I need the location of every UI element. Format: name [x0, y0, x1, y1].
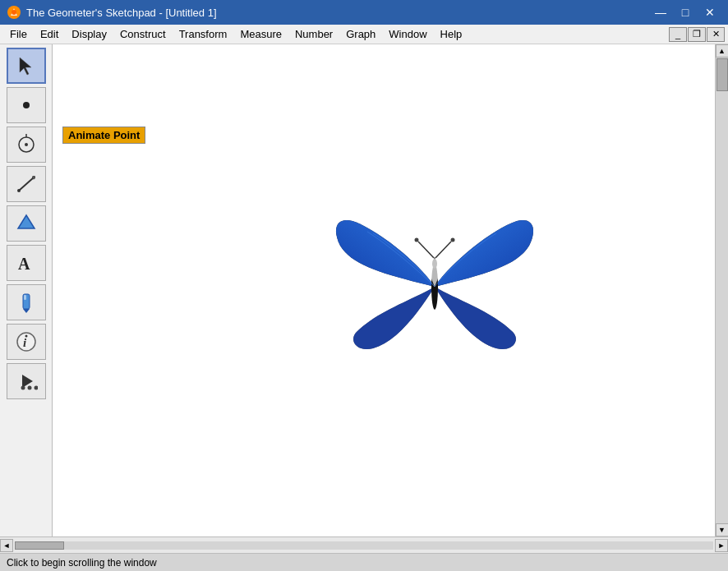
select-tool[interactable] [7, 48, 46, 84]
mdi-controls: _ ❐ ✕ [669, 27, 725, 42]
svg-point-1 [12, 10, 16, 15]
polygon-tool[interactable] [7, 205, 46, 242]
svg-line-8 [19, 177, 34, 191]
svg-point-9 [17, 189, 21, 192]
workspace-row: A i [0, 44, 728, 536]
menu-measure[interactable]: Measure [233, 25, 288, 44]
point-tool[interactable] [7, 87, 46, 123]
right-scrollbar: ▲ ▼ [715, 44, 728, 536]
minimize-button[interactable]: — [649, 3, 672, 21]
svg-point-23 [34, 386, 38, 390]
menu-help[interactable]: Help [434, 25, 469, 44]
mdi-restore-button[interactable]: ❐ [688, 27, 706, 42]
window-title: The Geometer's Sketchpad - [Untitled 1] [26, 7, 217, 19]
menu-construct[interactable]: Construct [113, 25, 173, 44]
title-bar-left: The Geometer's Sketchpad - [Untitled 1] [7, 5, 217, 20]
scroll-track-horizontal[interactable] [15, 541, 713, 550]
status-message: Click to begin scrolling the window [7, 557, 157, 569]
svg-text:A: A [18, 255, 30, 273]
mdi-minimize-button[interactable]: _ [669, 27, 687, 42]
svg-marker-15 [23, 309, 30, 313]
maximize-button[interactable]: □ [674, 3, 697, 21]
svg-line-28 [435, 242, 451, 259]
scroll-thumb-horizontal[interactable] [15, 541, 64, 550]
scroll-right-button[interactable]: ► [715, 539, 728, 552]
scroll-up-button[interactable]: ▲ [716, 44, 729, 58]
text-tool[interactable]: A [7, 245, 46, 281]
app-logo [7, 5, 21, 20]
menu-number[interactable]: Number [288, 25, 339, 44]
status-bar: Click to begin scrolling the window [0, 553, 728, 571]
svg-point-27 [415, 238, 419, 242]
bottom-bar: ◄ ► [0, 536, 728, 553]
menu-window[interactable]: Window [382, 25, 433, 44]
main-container: A i [0, 44, 728, 571]
title-bar: The Geometer's Sketchpad - [Untitled 1] … [0, 0, 728, 25]
line-tool[interactable] [7, 166, 46, 202]
butterfly-image [324, 200, 546, 373]
menu-edit[interactable]: Edit [34, 25, 65, 44]
svg-point-6 [25, 143, 28, 146]
scroll-left-button[interactable]: ◄ [0, 539, 13, 552]
menu-transform[interactable]: Transform [173, 25, 234, 44]
svg-point-21 [21, 386, 25, 390]
butterfly-svg [328, 205, 541, 369]
horizontal-scrollbar: ◄ ► [0, 537, 728, 554]
menu-bar: File Edit Display Construct Transform Me… [0, 25, 728, 44]
menu-graph[interactable]: Graph [339, 25, 382, 44]
compass-tool[interactable] [7, 127, 46, 163]
toolbar: A i [0, 44, 53, 536]
mdi-close-button[interactable]: ✕ [707, 27, 725, 42]
svg-marker-2 [20, 58, 31, 75]
menu-file[interactable]: File [3, 25, 34, 44]
svg-point-4 [23, 102, 30, 108]
info-tool[interactable]: i [7, 324, 46, 360]
svg-point-29 [451, 238, 455, 242]
animate-tool[interactable] [7, 363, 46, 399]
canvas-area[interactable]: Animate Point [53, 44, 715, 536]
svg-point-22 [27, 386, 31, 390]
svg-marker-12 [18, 215, 35, 228]
menu-display[interactable]: Display [65, 25, 113, 44]
scroll-thumb-right[interactable] [716, 58, 728, 91]
scroll-track-right[interactable] [716, 58, 729, 523]
title-bar-buttons: — □ ✕ [649, 3, 721, 21]
marker-tool[interactable] [7, 284, 46, 320]
animate-point-label: Animate Point [62, 127, 145, 144]
scroll-down-button[interactable]: ▼ [716, 523, 729, 536]
svg-line-26 [418, 242, 435, 259]
svg-marker-20 [22, 375, 33, 388]
svg-rect-16 [24, 295, 26, 300]
svg-marker-3 [31, 67, 33, 69]
close-button[interactable]: ✕ [698, 3, 721, 21]
svg-point-19 [25, 335, 27, 338]
